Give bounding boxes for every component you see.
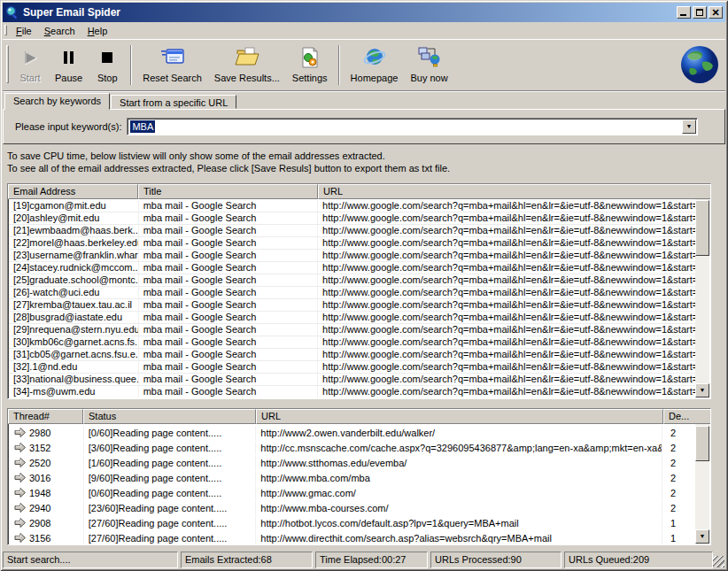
email-row[interactable]: [30]kmb06c@garnet.acns.fs...mba mail - G… [9,336,695,349]
column-header-email-address[interactable]: Email Address [8,184,138,199]
tab-search-by-keywords[interactable]: Search by keywords [4,93,110,110]
email-row[interactable]: [23]username@franklin.whar...mba mail - … [9,250,695,262]
title-cell: mba mail - Google Search [139,250,318,261]
title-cell: mba mail - Google Search [139,336,318,348]
status-cell: [0/60]Reading page content..... [84,486,257,500]
email-row[interactable]: [31]cb05@garnet.acns.fsu.e...mba mail - … [9,349,695,361]
homepage-button[interactable]: Homepage [345,42,405,89]
pane-splitter[interactable] [3,399,725,408]
scroll-down-icon[interactable]: ▼ [695,383,709,397]
email-scroll-thumb[interactable] [695,200,709,256]
email-row[interactable]: [32].1@nd.edumba mail - Google Searchhtt… [9,361,695,374]
email-address-cell: [26]-watch@uci.edu [9,287,139,298]
thread-arrow-icon [14,443,26,452]
depth-cell: 2 [662,426,695,440]
thread-row[interactable]: 2940[23/60]Reading page content.....http… [9,500,695,515]
thread-row[interactable]: 3152[3/60]Reading page content.....http:… [9,440,695,455]
email-row[interactable]: [24]stacey.rudnick@mccom...mba mail - Go… [9,262,695,274]
email-list-rows: [19]cgamon@mit.edumba mail - Google Sear… [9,200,695,397]
tab-start-from-url[interactable]: Start from a specific URL [111,95,236,109]
column-header-url[interactable]: URL [318,184,710,199]
url-cell: http://www.google.com/search?q=mba+mail&… [318,324,695,336]
thread-row[interactable]: 3016[9/60]Reading page content.....http:… [9,470,695,485]
combobox-dropdown-button[interactable]: ▼ [682,120,696,134]
info-text: To save CPU time, below listview will on… [3,144,725,183]
resize-grip[interactable] [713,556,724,567]
thread-row[interactable]: 2908[27/60]Reading page content.....http… [9,515,695,530]
reset-search-button[interactable]: Reset Search [136,42,208,89]
email-row[interactable]: [27]kremba@tauex.tau.ac.ilmba mail - Goo… [9,299,695,312]
maximize-button[interactable] [693,6,707,19]
scroll-down-icon[interactable]: ▼ [695,529,709,544]
depth-cell: 2 [662,501,695,515]
thread-row[interactable]: 3156[27/60]Reading page content.....http… [9,530,695,544]
thread-scroll-thumb[interactable] [695,426,709,461]
email-row[interactable]: [20]ashley@mit.edumba mail - Google Sear… [9,212,695,225]
save-results-button[interactable]: Save Results... [208,42,286,89]
buy-now-button[interactable]: Buy now [404,42,453,89]
pause-button[interactable]: Pause [49,42,89,89]
email-address-cell: [34]-ms@uwm.edu [9,386,139,397]
menu-bar: FileSearchHelp [3,22,725,40]
start-button[interactable]: Start [12,42,49,89]
keyword-combobox[interactable]: MBA ▼ [127,118,698,135]
email-row[interactable]: [21]ewmbaadm@haas.berk...mba mail - Goog… [9,225,695,237]
homepage-globe-icon [362,45,387,70]
email-row[interactable]: [22]morel@haas.berkeley.edumba mail - Go… [9,237,695,250]
email-row[interactable]: [28]busgrad@iastate.edumba mail - Google… [9,312,695,324]
app-logo-icon [5,5,19,19]
keyword-value[interactable]: MBA [130,120,155,133]
reset-search-icon [160,45,185,70]
email-row[interactable]: [19]cgamon@mit.edumba mail - Google Sear… [9,200,695,212]
info-line-2: To see all of the email addresses extrac… [7,162,725,174]
minimize-button[interactable] [677,6,691,19]
settings-icon [298,45,322,70]
column-header-title[interactable]: Title [138,184,318,199]
stop-button[interactable]: Stop [89,42,126,89]
url-cell: http://www.google.com/search?q=mba+mail&… [318,312,695,323]
thread-list-scrollbar[interactable]: ▲ ▼ [695,410,709,544]
title-cell: mba mail - Google Search [139,274,318,286]
column-header-thread-url[interactable]: URL [256,409,663,424]
homepage-label: Homepage [351,73,399,83]
app-window: Super Email Spider ✕ FileSearchHelp Star… [0,0,728,571]
thread-row[interactable]: 2980[0/60]Reading page content.....http:… [9,425,695,440]
thread-row[interactable]: 1948[0/60]Reading page content.....http:… [9,485,695,500]
email-row[interactable]: [25]graduate.school@montc...mba mail - G… [9,274,695,287]
depth-cell: 1 [662,516,695,530]
column-header-status[interactable]: Status [83,409,256,424]
email-row[interactable]: [26]-watch@uci.edumba mail - Google Sear… [9,287,695,299]
email-address-cell: [31]cb05@garnet.acns.fsu.e... [9,349,139,360]
thread-url-cell: http://www2.owen.vanderbilt.edu/walker/ [256,426,662,440]
buy-now-label: Buy now [410,73,447,83]
email-address-cell: [30]kmb06c@garnet.acns.fs... [9,336,139,348]
thread-arrow-icon [14,473,26,482]
email-row[interactable]: [33]national@business.quee...mba mail - … [9,374,695,386]
menu-file[interactable]: File [10,24,38,38]
toolbar-separator [130,45,132,85]
thread-arrow-icon [14,533,26,543]
column-header-thread[interactable]: Thread# [8,409,83,424]
toolbar-grip[interactable] [6,45,9,83]
email-list-scrollbar[interactable]: ▲ ▼ [695,185,709,397]
thread-row[interactable]: 2520[1/60]Reading page content.....http:… [9,455,695,470]
title-cell: mba mail - Google Search [139,349,318,360]
column-header-depth[interactable]: De... [663,409,710,424]
tab-strip: Search by keywords Start from a specific… [3,93,725,109]
menu-help[interactable]: Help [81,24,114,38]
email-address-cell: [20]ashley@mit.edu [9,212,139,224]
email-row[interactable]: [29]nrequena@stern.nyu.edumba mail - Goo… [9,324,695,336]
close-button[interactable]: ✕ [709,6,723,19]
status-emails-extracted: Emails Extracted:68 [181,552,313,568]
url-cell: http://www.google.com/search?q=mba+mail&… [318,250,695,261]
thread-arrow-icon [14,503,26,513]
status-time-elapsed: Time Elapsed:00:27 [315,552,428,568]
depth-cell: 2 [662,486,695,500]
email-address-cell: [24]stacey.rudnick@mccom... [9,262,139,274]
menu-grip[interactable] [4,25,7,35]
menu-search[interactable]: Search [38,24,81,38]
settings-button[interactable]: Settings [286,42,334,89]
email-row[interactable]: [34]-ms@uwm.edumba mail - Google Searchh… [9,386,695,397]
url-cell: http://www.google.com/search?q=mba+mail&… [318,299,695,311]
reset-search-label: Reset Search [143,73,202,83]
